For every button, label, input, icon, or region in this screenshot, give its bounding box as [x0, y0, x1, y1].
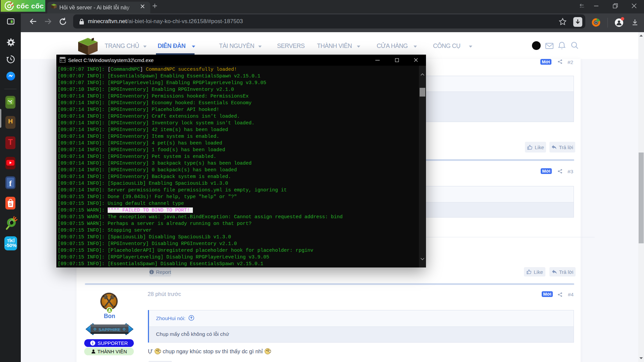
svg-text:3: 3 — [10, 101, 12, 104]
svg-text:C:\: C:\ — [61, 59, 66, 62]
svg-text:SAPPHIRE: SAPPHIRE — [99, 327, 121, 332]
svg-text:f: f — [9, 179, 12, 188]
svg-text:S: S — [9, 202, 12, 207]
